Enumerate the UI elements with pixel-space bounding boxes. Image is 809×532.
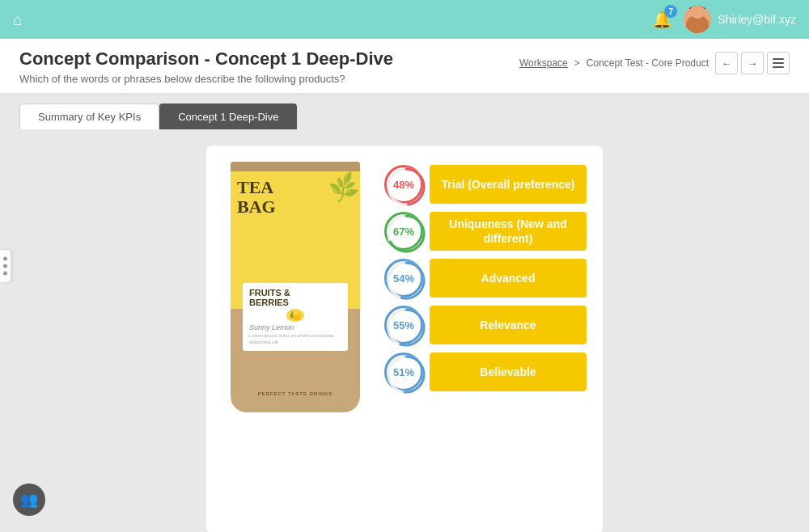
breadcrumb-current: Concept Test - Core Product	[587, 57, 709, 69]
notification-wrapper[interactable]: 🔔 7	[652, 10, 672, 29]
kpi-row-2: 54% Advanced	[384, 259, 587, 298]
nav-forward-button[interactable]: →	[741, 52, 764, 74]
kpi-label-4: Believable	[480, 365, 536, 379]
kpi-row-0: 48% Trial (Overall preference)	[384, 165, 587, 204]
left-sidebar-dots	[0, 251, 11, 282]
product-label-box: FRUITS & BERRIES 🍋 Sunny Lemon Lorem ips…	[243, 283, 348, 351]
kpi-circle-svg-1	[384, 212, 428, 255]
people-icon-button[interactable]: 👥	[13, 483, 45, 516]
page-title-section: Concept Comparison - Concept 1 Deep-Dive…	[19, 49, 393, 85]
product-tagline: PERFECT TASTE DRINKS	[231, 391, 360, 396]
kpi-list: 48% Trial (Overall preference) 67% Uniqu…	[384, 162, 587, 391]
kpi-label-3: Relevance	[480, 318, 536, 332]
tea-bag: TEA BAG 🌿 FRUITS & BERRIES 🍋 Sunny Lemon…	[231, 162, 360, 412]
product-name: BERRIES	[249, 298, 341, 307]
kpi-circle-svg-3	[384, 306, 428, 349]
product-brand: FRUITS &	[249, 288, 341, 298]
kpi-circle-2: 54%	[384, 259, 423, 298]
kpi-bar-2[interactable]: Advanced	[430, 259, 587, 298]
tabs-bar: Summary of Key KPIs Concept 1 Deep-Dive	[0, 94, 809, 129]
breadcrumb: Workspace > Concept Test - Core Product	[519, 57, 709, 69]
menu-line-2	[773, 62, 784, 64]
lemon-icon: 🍋	[286, 309, 304, 322]
tab-deep-dive[interactable]: Concept 1 Deep-Dive	[159, 103, 297, 129]
page-title: Concept Comparison - Concept 1 Deep-Dive	[19, 49, 393, 70]
product-flavor: Sunny Lemon	[249, 323, 341, 331]
kpi-bar-4[interactable]: Believable	[430, 353, 587, 391]
breadcrumb-workspace[interactable]: Workspace	[519, 57, 568, 69]
kpi-row-4: 51% Believable	[384, 353, 587, 391]
tab-summary[interactable]: Summary of Key KPIs	[19, 103, 159, 129]
dot-2	[3, 264, 7, 268]
kpi-bar-0[interactable]: Trial (Overall preference)	[430, 165, 587, 204]
header: ⌂ 🔔 7 Shirley@blf.xyz	[0, 0, 809, 39]
page-subtitle: Which of the words or phrases below desc…	[19, 73, 393, 85]
dot-3	[3, 272, 7, 276]
kpi-row-3: 55% Relevance	[384, 306, 587, 344]
kpi-bar-1[interactable]: Uniqueness (New and different)	[430, 212, 587, 251]
kpi-circle-4: 51%	[384, 353, 423, 391]
product-image: TEA BAG 🌿 FRUITS & BERRIES 🍋 Sunny Lemon…	[222, 162, 368, 429]
people-icon: 👥	[20, 491, 38, 509]
breadcrumb-separator: >	[574, 57, 580, 69]
brand-line1: TEA	[237, 177, 273, 197]
breadcrumb-area: Workspace > Concept Test - Core Product …	[519, 49, 790, 74]
menu-line-3	[773, 66, 784, 68]
kpi-circle-0: 48%	[384, 165, 423, 204]
kpi-label-2: Advanced	[481, 271, 536, 285]
main-content: TEA BAG 🌿 FRUITS & BERRIES 🍋 Sunny Lemon…	[0, 129, 809, 532]
kpi-label-0: Trial (Overall preference)	[442, 177, 575, 192]
notification-badge: 7	[664, 5, 677, 18]
kpi-circle-svg-0	[384, 165, 428, 209]
concept-card: TEA BAG 🌿 FRUITS & BERRIES 🍋 Sunny Lemon…	[206, 146, 603, 532]
user-name: Shirley@blf.xyz	[718, 13, 796, 26]
kpi-circle-svg-2	[384, 259, 428, 302]
kpi-bar-3[interactable]: Relevance	[430, 306, 587, 344]
header-right: 🔔 7 Shirley@blf.xyz	[652, 6, 796, 33]
product-desc: Lorem ipsum dolor sit amet consectetur a…	[249, 333, 341, 346]
brand-line2: BAG	[237, 196, 276, 217]
kpi-label-1: Uniqueness (New and different)	[439, 217, 577, 246]
nav-back-button[interactable]: ←	[715, 52, 738, 74]
tea-bag-top-fold	[231, 162, 360, 171]
nav-buttons: ← →	[715, 52, 790, 74]
menu-button[interactable]	[767, 52, 790, 74]
kpi-circle-3: 55%	[384, 306, 423, 344]
menu-line-1	[773, 58, 784, 60]
kpi-circle-1: 67%	[384, 212, 423, 251]
dot-1	[3, 257, 7, 261]
header-left: ⌂	[13, 11, 23, 29]
user-info[interactable]: Shirley@blf.xyz	[684, 6, 796, 33]
kpi-circle-svg-4	[384, 353, 428, 396]
avatar	[684, 6, 711, 33]
home-icon[interactable]: ⌂	[13, 11, 23, 29]
sub-header: Concept Comparison - Concept 1 Deep-Dive…	[0, 39, 809, 94]
kpi-row-1: 67% Uniqueness (New and different)	[384, 212, 587, 251]
